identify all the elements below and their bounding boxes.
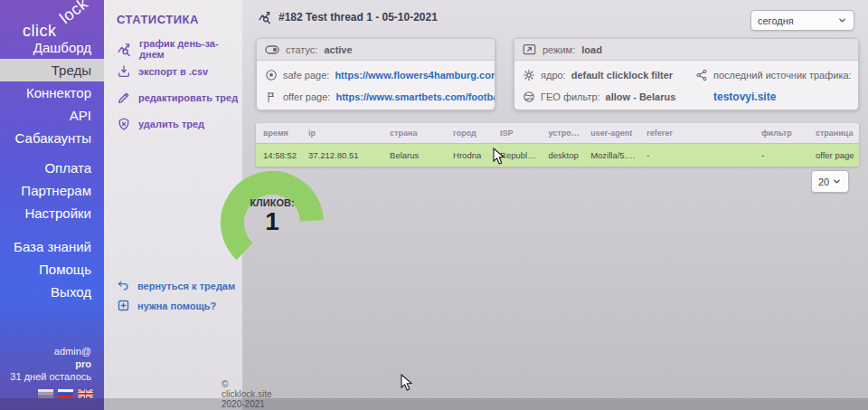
cell-filter: -	[754, 143, 808, 167]
col-country: страна	[382, 123, 446, 143]
share-icon	[695, 69, 708, 81]
gauge-text: КЛИКОВ: 1	[218, 197, 326, 235]
sidebar-item-threads[interactable]: Треды	[0, 59, 104, 81]
chevron-down-icon	[837, 15, 847, 25]
stats-link-label: нужна помощь?	[137, 300, 216, 311]
traffic-source-label: последний источник трафика:	[713, 70, 852, 81]
period-select[interactable]: сегодня	[750, 10, 854, 31]
download-icon	[117, 64, 131, 79]
flag-icon-uk[interactable]	[78, 389, 93, 398]
language-switcher	[38, 389, 93, 398]
cell-city: Hrodna	[446, 143, 493, 167]
account-plan: pro	[10, 358, 91, 370]
mode-panel-body: ядро: default clicklock filter ГЕО фильт…	[514, 61, 858, 110]
period-select-value: сегодня	[758, 15, 794, 26]
offer-page-label: offer page:	[283, 91, 330, 102]
gauge-value: 1	[218, 208, 326, 235]
page-title: #182 Test thread 1 - 05-10-2021	[278, 11, 438, 24]
offer-page-row: offer page: https://www.smartbets.com/fo…	[265, 91, 495, 103]
col-page: страница	[808, 123, 859, 143]
col-time: время	[256, 123, 301, 143]
shield-x-icon	[117, 117, 131, 131]
stats-item-label: удалить тред	[138, 119, 204, 129]
mode-label: режим:	[542, 44, 575, 55]
traffic-source-row: последний источник трафика:	[695, 69, 852, 81]
core-row: ядро: default clicklock filter	[523, 69, 673, 81]
stats-title: СТАТИСТИКА	[117, 13, 199, 26]
shield-star-icon	[265, 69, 278, 81]
back-to-threads-link[interactable]: вернуться к тредам	[117, 279, 235, 292]
page-title-row: #182 Test thread 1 - 05-10-2021	[258, 10, 438, 24]
stats-item-label: график день-за-днем	[139, 38, 242, 60]
clicklock-app: click lock Дашборд Треды Коннектор API С…	[0, 0, 868, 410]
col-ip: ip	[301, 123, 382, 143]
col-device: устройство	[541, 123, 583, 143]
sidebar-item-payment[interactable]: Оплата	[0, 157, 104, 179]
sidebar-item-subaccounts[interactable]: Сабакаунты	[0, 127, 104, 149]
undo-arrow-icon	[117, 279, 130, 292]
need-help-link[interactable]: нужна помощь?	[117, 299, 216, 312]
geo-filter-label: ГЕО фильтр:	[541, 91, 600, 102]
stats-item-delete-thread[interactable]: удалить тред	[117, 117, 204, 131]
col-filter: фильтр	[754, 123, 808, 143]
per-page-select[interactable]: 20	[811, 170, 849, 193]
per-page-value: 20	[818, 176, 829, 187]
col-city: город	[446, 123, 493, 143]
plus-box-icon	[117, 299, 130, 312]
core-label: ядро:	[541, 70, 566, 81]
col-referer: referer	[639, 123, 754, 143]
bottom-bar	[0, 398, 868, 410]
sidebar-item-partners[interactable]: Партнерам	[0, 179, 104, 202]
mode-panel: режим: load ядро: default clicklock filt…	[514, 38, 859, 110]
cell-time: 14:58:52	[256, 143, 301, 167]
table-header: время ip страна город ISP устройство use…	[256, 123, 859, 143]
sidebar-item-help[interactable]: Помощь	[0, 258, 104, 281]
stats-item-edit-thread[interactable]: редактировать тред	[117, 91, 238, 105]
sidebar-item-knowledge-base[interactable]: База знаний	[0, 235, 104, 258]
account-email: admin@	[10, 345, 91, 358]
account-days-left: 31 дней осталось	[10, 370, 91, 383]
clicks-table: время ip страна город ISP устройство use…	[256, 123, 859, 167]
table-row[interactable]: 14:58:52 37.212.80.51 Belarus Hrodna Rep…	[256, 143, 859, 167]
cell-page: offer page	[808, 143, 859, 167]
core-value: default clicklock filter	[571, 70, 673, 81]
stats-item-label: редактировать тред	[138, 92, 238, 103]
safe-page-row: safe page: https://www.flowers4hamburg.c…	[265, 69, 495, 81]
mouse-cursor	[401, 374, 413, 392]
toggle-icon[interactable]	[265, 44, 279, 55]
col-user-agent: user-agent	[583, 123, 639, 143]
offer-page-link[interactable]: https://www.smartbets.com/football/tea..…	[335, 91, 495, 102]
account-info: admin@ pro 31 дней осталось	[10, 345, 91, 383]
sidebar-item-settings[interactable]: Настройки	[0, 202, 104, 224]
cell-user-agent: Mozilla/5.0 (Win...	[583, 143, 639, 167]
geo-filter-value: allow - Belarus	[606, 91, 676, 102]
stats-submenu: СТАТИСТИКА график день-за-днем экспорт в…	[104, 0, 242, 410]
main-content: #182 Test thread 1 - 05-10-2021 сегодня …	[242, 0, 868, 410]
chart-magnifier-icon	[117, 42, 132, 57]
mode-value: load	[581, 44, 602, 55]
stats-item-label: экспорт в .csv	[138, 66, 208, 77]
traffic-source-value-row: testovyi.site	[713, 91, 776, 103]
stats-item-daily-chart[interactable]: график день-за-днем	[117, 38, 242, 60]
cell-referer: -	[639, 143, 754, 167]
col-isp: ISP	[493, 123, 541, 143]
sidebar-item-logout[interactable]: Выход	[0, 281, 104, 303]
status-value: active	[324, 44, 352, 55]
traffic-source-link[interactable]: testovyi.site	[713, 91, 776, 103]
flag-icon-muted[interactable]	[38, 389, 53, 398]
flag-icon-russia[interactable]	[58, 389, 73, 398]
sidebar-item-dashboard[interactable]: Дашборд	[0, 36, 104, 59]
geo-filter-row: ГЕО фильтр: allow - Belarus	[523, 91, 675, 103]
status-panel-body: safe page: https://www.flowers4hamburg.c…	[257, 61, 495, 110]
safe-page-link[interactable]: https://www.flowers4hamburg.com/	[335, 70, 495, 81]
flag-pole-icon	[265, 91, 278, 103]
main-sidebar: click lock Дашборд Треды Коннектор API С…	[0, 0, 104, 410]
stats-link-label: вернуться к тредам	[137, 281, 235, 291]
mode-panel-header: режим: load	[514, 39, 858, 61]
stats-item-export-csv[interactable]: экспорт в .csv	[117, 64, 208, 79]
chart-magnifier-icon	[258, 10, 272, 24]
safe-page-label: safe page:	[283, 70, 329, 81]
mouse-cursor	[493, 148, 505, 166]
sidebar-item-connector[interactable]: Коннектор	[0, 81, 104, 104]
sidebar-item-api[interactable]: API	[0, 104, 104, 127]
